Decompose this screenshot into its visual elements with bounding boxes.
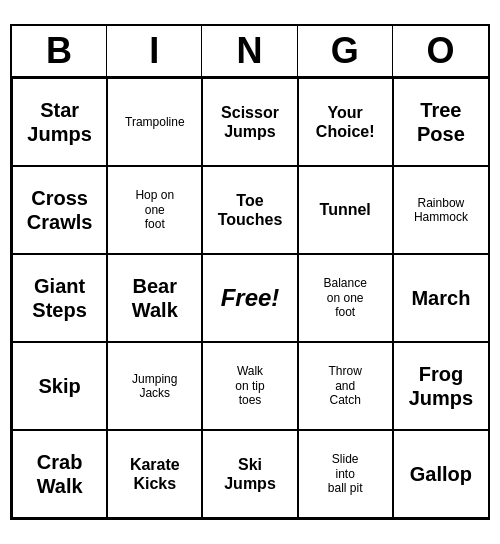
cell-text: ScissorJumps bbox=[221, 103, 279, 141]
bingo-cell[interactable]: JumpingJacks bbox=[107, 342, 202, 430]
bingo-cell[interactable]: ToeTouches bbox=[202, 166, 297, 254]
cell-text: BearWalk bbox=[132, 274, 178, 322]
bingo-card: BINGO StarJumpsTrampolineScissorJumpsYou… bbox=[10, 24, 490, 520]
bingo-cell[interactable]: Tunnel bbox=[298, 166, 393, 254]
cell-text: YourChoice! bbox=[316, 103, 375, 141]
cell-text: March bbox=[411, 286, 470, 310]
bingo-cell[interactable]: ThrowandCatch bbox=[298, 342, 393, 430]
cell-text: Free! bbox=[221, 284, 280, 313]
cell-text: StarJumps bbox=[27, 98, 91, 146]
cell-text: Hop ononefoot bbox=[135, 188, 174, 231]
bingo-cell[interactable]: BearWalk bbox=[107, 254, 202, 342]
cell-text: Balanceon onefoot bbox=[324, 276, 367, 319]
cell-text: CrabWalk bbox=[37, 450, 83, 498]
cell-text: GiantSteps bbox=[32, 274, 86, 322]
bingo-cell[interactable]: ScissorJumps bbox=[202, 78, 297, 166]
bingo-cell[interactable]: Free! bbox=[202, 254, 297, 342]
cell-text: Gallop bbox=[410, 462, 472, 486]
cell-text: Trampoline bbox=[125, 115, 185, 129]
bingo-grid: StarJumpsTrampolineScissorJumpsYourChoic… bbox=[12, 78, 488, 518]
bingo-cell[interactable]: Hop ononefoot bbox=[107, 166, 202, 254]
cell-text: TreePose bbox=[417, 98, 465, 146]
cell-text: SkiJumps bbox=[224, 455, 276, 493]
cell-text: ToeTouches bbox=[218, 191, 283, 229]
bingo-cell[interactable]: Balanceon onefoot bbox=[298, 254, 393, 342]
bingo-cell[interactable]: Trampoline bbox=[107, 78, 202, 166]
bingo-cell[interactable]: FrogJumps bbox=[393, 342, 488, 430]
bingo-cell[interactable]: TreePose bbox=[393, 78, 488, 166]
cell-text: Slideintoball pit bbox=[328, 452, 363, 495]
bingo-cell[interactable]: YourChoice! bbox=[298, 78, 393, 166]
bingo-cell[interactable]: KarateKicks bbox=[107, 430, 202, 518]
cell-text: Walkon tiptoes bbox=[235, 364, 264, 407]
bingo-cell[interactable]: Skip bbox=[12, 342, 107, 430]
bingo-cell[interactable]: GiantSteps bbox=[12, 254, 107, 342]
bingo-cell[interactable]: Walkon tiptoes bbox=[202, 342, 297, 430]
header-letter: I bbox=[107, 26, 202, 76]
bingo-header: BINGO bbox=[12, 26, 488, 78]
header-letter: O bbox=[393, 26, 488, 76]
bingo-cell[interactable]: CrossCrawls bbox=[12, 166, 107, 254]
header-letter: B bbox=[12, 26, 107, 76]
cell-text: FrogJumps bbox=[409, 362, 473, 410]
cell-text: JumpingJacks bbox=[132, 372, 177, 401]
cell-text: RainbowHammock bbox=[414, 196, 468, 225]
bingo-cell[interactable]: CrabWalk bbox=[12, 430, 107, 518]
cell-text: ThrowandCatch bbox=[329, 364, 362, 407]
header-letter: G bbox=[298, 26, 393, 76]
bingo-cell[interactable]: StarJumps bbox=[12, 78, 107, 166]
bingo-cell[interactable]: RainbowHammock bbox=[393, 166, 488, 254]
cell-text: Skip bbox=[38, 374, 80, 398]
header-letter: N bbox=[202, 26, 297, 76]
cell-text: KarateKicks bbox=[130, 455, 180, 493]
cell-text: Tunnel bbox=[320, 200, 371, 219]
bingo-cell[interactable]: Slideintoball pit bbox=[298, 430, 393, 518]
bingo-cell[interactable]: March bbox=[393, 254, 488, 342]
bingo-cell[interactable]: Gallop bbox=[393, 430, 488, 518]
bingo-cell[interactable]: SkiJumps bbox=[202, 430, 297, 518]
cell-text: CrossCrawls bbox=[27, 186, 93, 234]
